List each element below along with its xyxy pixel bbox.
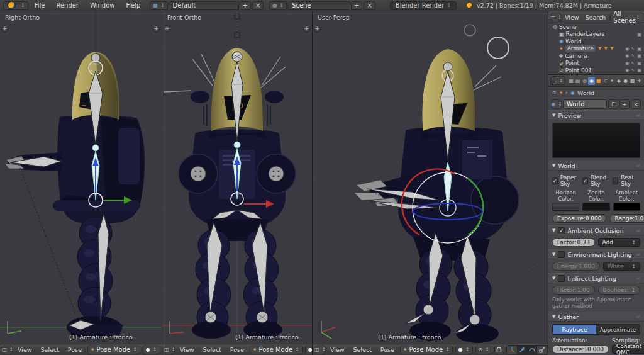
gather-approximate-button[interactable]: Approximate <box>596 325 640 334</box>
panel-drag-dots[interactable]: ≡ <box>636 276 640 281</box>
outliner-row-world[interactable]: ◉ World <box>548 38 644 45</box>
panel-drag-dots[interactable]: ≡ <box>636 113 640 118</box>
scene-field[interactable]: Scene <box>287 1 350 10</box>
panel-drag-dots[interactable]: ≡ <box>636 252 640 257</box>
info-editor-type-button[interactable]: ↕ <box>3 1 28 10</box>
world-browse-button[interactable]: ◉↕ <box>552 99 562 109</box>
camera-icon[interactable]: ▣ <box>637 31 641 37</box>
panel-drag-dots[interactable]: ≡ <box>636 163 640 169</box>
viewport-split-plus[interactable]: + <box>1 25 8 32</box>
panel-drag-dots[interactable]: ≡ <box>636 314 640 320</box>
render-restrict-icon[interactable]: ▣ <box>637 53 641 59</box>
eye-icon[interactable]: ◉ <box>625 60 630 66</box>
ao-enabled-checkbox[interactable]: ✓ <box>558 227 565 234</box>
tab-material[interactable]: ● <box>622 77 629 85</box>
snap-magnet-button[interactable] <box>494 346 504 354</box>
panel-header-preview[interactable]: ▼ Preview ≡ <box>548 110 644 120</box>
viewport-right-ortho[interactable]: Right Ortho (1) Armature : tronco + + ◫↕… <box>0 11 162 355</box>
outliner-row-point[interactable]: ⊙ Point ◉↖▣ <box>548 60 644 67</box>
menu-pose[interactable]: Pose <box>376 346 399 353</box>
editor-type-button[interactable]: ≔↕ <box>551 13 561 21</box>
menu-select[interactable]: Select <box>199 346 226 353</box>
menu-view[interactable]: View <box>175 346 199 353</box>
render-restrict-icon[interactable]: ▣ <box>637 46 641 52</box>
viewport-3d-scene-right[interactable] <box>0 11 162 344</box>
render-restrict-icon[interactable]: ▣ <box>637 60 641 66</box>
viewport-3d-scene-persp[interactable] <box>313 11 548 344</box>
outliner-row-point001[interactable]: ⊙ Point.001 ◉↖▣ <box>548 67 644 74</box>
indirect-bounces-slider[interactable]: Bounces:1 <box>598 286 641 295</box>
render-engine-dropdown[interactable]: Blender Render↕ <box>390 1 457 10</box>
manipulator-translate-button[interactable] <box>517 346 527 354</box>
eye-icon[interactable]: ◉ <box>625 46 630 52</box>
env-enabled-checkbox[interactable] <box>558 251 565 258</box>
delete-scene-button[interactable]: × <box>364 1 375 10</box>
attenuation-distance-slider[interactable]: Distance:10.000 <box>552 345 609 354</box>
tab-world[interactable]: ◉ <box>588 77 595 85</box>
menu-render[interactable]: Render <box>50 2 84 9</box>
cursor-icon[interactable]: ↖ <box>631 53 635 59</box>
viewport-split-plus[interactable]: + <box>153 25 160 32</box>
outliner-row-camera[interactable]: ◆ Camera ◉↖▣ <box>548 52 644 60</box>
range-slider[interactable]: Range:1.000 <box>609 214 644 223</box>
horizon-color-swatch[interactable] <box>552 203 579 211</box>
robot-model-side[interactable] <box>5 52 145 339</box>
tab-bone[interactable]: ◆ <box>616 77 623 85</box>
eye-icon[interactable]: ◉ <box>625 67 630 73</box>
render-restrict-icon[interactable]: ▣ <box>637 67 641 73</box>
outliner-row-renderlayers[interactable]: ▣ RenderLayers ▣ <box>548 31 644 38</box>
screen-layout-field[interactable]: Default <box>169 1 239 10</box>
new-world-button[interactable]: + <box>619 99 630 109</box>
panel-header-environment-lighting[interactable]: ▼ Environment Lighting ≡ <box>548 249 644 259</box>
tab-constraints[interactable]: ⊂ <box>602 77 609 85</box>
tab-texture[interactable]: ▩ <box>629 77 636 85</box>
menu-file[interactable]: File <box>29 2 51 9</box>
ambient-color-swatch[interactable] <box>613 203 640 211</box>
fake-user-button[interactable]: F <box>608 99 618 109</box>
add-layout-button[interactable]: + <box>240 1 251 10</box>
robot-model-persp[interactable] <box>354 49 519 343</box>
viewport-shading-dropdown[interactable]: ●↕ <box>143 346 160 354</box>
cursor-icon[interactable]: ↖ <box>631 60 635 66</box>
menu-view[interactable]: View <box>326 346 349 353</box>
unlink-world-button[interactable]: × <box>631 99 641 109</box>
indirect-factor-slider[interactable]: Factor:1.00 <box>552 286 595 295</box>
pin-icon[interactable]: ⊕ <box>552 90 557 96</box>
viewport-shading-dropdown[interactable]: ●↕ <box>305 346 312 354</box>
ao-factor-slider[interactable]: Factor:0.33 <box>552 238 595 247</box>
outliner-row-scene[interactable]: ◍ Scene <box>548 23 644 31</box>
menu-window[interactable]: Window <box>84 2 120 9</box>
cursor-icon[interactable]: ↖ <box>631 46 635 52</box>
ao-blend-dropdown[interactable]: Add↕ <box>598 238 641 247</box>
menu-view[interactable]: View <box>13 346 36 353</box>
tab-object-data[interactable]: ✶ <box>609 77 616 85</box>
menu-select[interactable]: Select <box>349 346 376 353</box>
editor-type-button[interactable]: ◫↕ <box>315 346 325 354</box>
menu-search[interactable]: Search <box>582 14 609 21</box>
mode-dropdown[interactable]: ✶Pose Mode↕ <box>250 346 303 354</box>
panel-header-ambient-occlusion[interactable]: ▼ ✓ Ambient Occlusion ≡ <box>548 225 644 235</box>
menu-pose[interactable]: Pose <box>64 346 86 353</box>
sampling-method-dropdown[interactable]: Constant QMC↕ <box>612 345 644 354</box>
screen-layout-icon-button[interactable]: ▦↕ <box>150 1 167 10</box>
viewport-front-ortho[interactable]: Front Ortho (1) Armature : tronco + + ◫↕… <box>162 11 313 355</box>
panel-header-world[interactable]: ▼ World ≡ <box>548 161 644 171</box>
env-color-dropdown[interactable]: White↕ <box>603 262 640 271</box>
editor-type-button[interactable]: ◫↕ <box>165 346 175 354</box>
panel-header-indirect-lighting[interactable]: ▼ Indirect Lighting ≡ <box>548 273 644 283</box>
cursor-icon[interactable]: ↖ <box>631 67 635 73</box>
menu-help[interactable]: Help <box>120 2 146 9</box>
world-name-field[interactable]: World <box>563 99 607 109</box>
mode-dropdown[interactable]: ✶Pose Mode↕ <box>87 346 140 354</box>
scene-icon-button[interactable]: ◍↕ <box>269 1 287 10</box>
zenith-color-swatch[interactable] <box>582 203 609 211</box>
manipulator-scale-button[interactable] <box>537 346 547 354</box>
add-scene-button[interactable]: + <box>351 1 362 10</box>
manipulator-axes-button[interactable] <box>507 346 517 354</box>
tab-scene[interactable]: ◍ <box>581 77 588 85</box>
menu-pose[interactable]: Pose <box>226 346 248 353</box>
manipulator-rotate-button[interactable] <box>527 346 537 354</box>
real-sky-checkbox[interactable]: Real Sky <box>613 174 640 187</box>
viewport-shading-dropdown[interactable]: ●↕ <box>455 346 473 354</box>
menu-select[interactable]: Select <box>36 346 64 353</box>
